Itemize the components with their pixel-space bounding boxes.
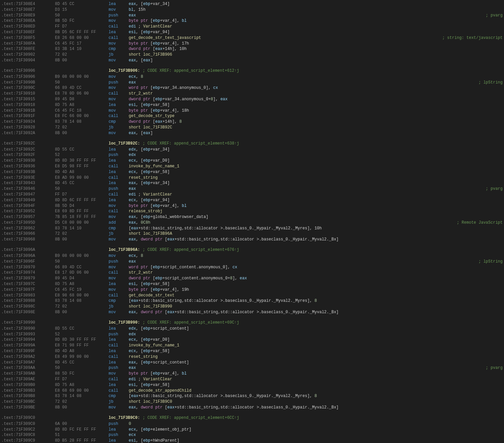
mnemonic: lea	[109, 337, 129, 343]
bytes: E8 AD 99 00 00	[55, 175, 109, 181]
mnemonic: call	[109, 270, 129, 276]
operands: dword ptr [ebp+var_34.anonymous_0+8], ea…	[129, 97, 503, 102]
bytes: 8D B5 28 FF FF FF	[55, 438, 109, 443]
mnemonic: push	[109, 432, 129, 438]
comment: ; string: text/javascript	[440, 35, 503, 41]
address: .text:71F3098E	[1, 310, 55, 315]
disasm-line: .text:71F309AA 50 push eax ; pvarg	[0, 365, 504, 371]
disasm-line: .text:71F309C8 51 push ecx	[0, 432, 504, 438]
disasm-line: .text:71F308E4 8D 45 CC lea eax, [ebp+va…	[0, 1, 504, 7]
address: .text:71F30990	[1, 320, 55, 326]
bytes: D3 15	[55, 7, 109, 13]
bytes: FF D7	[55, 192, 109, 198]
operands: esi, [ebp+var_58]	[129, 281, 503, 287]
disasm-line: .text:71F309B0 8D 75 A8 lea esi, [ebp+va…	[0, 382, 504, 388]
address: .text:71F30943	[1, 180, 55, 186]
operands: short loc_71F3B96A	[129, 231, 503, 237]
operands: edx, [ebp+script_content]	[129, 326, 503, 332]
bytes: 52	[55, 152, 109, 158]
blank-line	[0, 136, 504, 141]
disasm-line: .text:71F308ED FF D7 call edi ; VariantC…	[0, 24, 504, 30]
operands: byte ptr [ebp+var_4], 18h	[129, 108, 503, 114]
operands: release_strobj	[129, 209, 503, 214]
bytes: 8D 55 CC	[55, 326, 109, 332]
bytes: 72 02	[55, 399, 109, 405]
bytes: FF D7	[55, 377, 109, 382]
mnemonic: push	[109, 13, 129, 18]
disasm-line: .text:71F3096F 50 push eax ; lpString	[0, 259, 504, 265]
operands: esi, [ebp+var_58]	[129, 102, 503, 108]
mnemonic: mov	[109, 85, 129, 91]
label-name: loc_71F3B96A:	[109, 247, 140, 253]
mnemonic: call	[109, 388, 129, 394]
address: .text:71F3090C	[1, 85, 55, 91]
bytes: 83 78 14 08	[55, 393, 109, 399]
bytes: E8 FC 66 00 00	[55, 113, 109, 119]
label-line: .text:71F3096A loc_71F3B96A: ; CODE XREF…	[0, 247, 504, 253]
operands: byte ptr [ebp+var_4], bl	[129, 203, 503, 209]
disassembly-view: .text:71F308E4 8D 45 CC lea eax, [ebp+va…	[0, 0, 504, 443]
label-line: .text:71F309C0 loc_71F3B9C0: ; CODE XREF…	[0, 415, 504, 421]
operands: eax, [ebp+var_34]	[129, 1, 503, 7]
address: .text:71F3096A	[1, 247, 55, 253]
operands: ecx, [ebp+element_obj_ptr]	[129, 427, 503, 433]
operands: eax	[129, 80, 476, 86]
disasm-line: .text:71F308E7 D3 15 mov bl, 15h	[0, 7, 504, 13]
address: .text:71F30983	[1, 293, 55, 298]
address: .text:71F30979	[1, 276, 55, 281]
disasm-line: .text:71F3095D D5 C8 00 00 00 add eax, 0…	[0, 220, 504, 226]
address: .text:71F3096A	[1, 253, 55, 259]
address: .text:71F3097C	[1, 281, 55, 287]
mnemonic: mov	[109, 97, 129, 102]
bytes: 8B 5D FC	[55, 18, 109, 24]
disasm-line: .text:71F30910 E8 78 0D 06 00 call str_2…	[0, 91, 504, 97]
operands: get_decode_str_text_javascript	[129, 35, 440, 41]
mnemonic: lea	[109, 326, 129, 332]
comment: ; pvarg	[483, 365, 503, 371]
mnemonic: call	[109, 91, 129, 97]
bytes: 83 78 14 10	[55, 226, 109, 231]
bytes: 8D 4D A8	[55, 348, 109, 354]
operands: eax	[129, 186, 483, 192]
mnemonic: mov	[109, 7, 129, 13]
mnemonic: call	[109, 377, 129, 382]
bytes: C6 45 FC 19	[55, 287, 109, 293]
mnemonic: push	[109, 421, 129, 427]
disasm-line: .text:71F30949 8D 8D 6C FF FF FF lea ecx…	[0, 198, 504, 203]
comment: ; pvarg	[483, 13, 503, 18]
address: .text:71F3096F	[1, 259, 55, 265]
bytes: 72 02	[55, 52, 109, 58]
disasm-line: .text:71F309BC 72 02 jb short loc_71F3B9…	[0, 399, 504, 405]
address: .text:71F30910	[1, 91, 55, 97]
bytes: 83 78 14 08	[55, 298, 109, 304]
operands: eax	[129, 13, 483, 18]
address: .text:71F30988	[1, 298, 55, 304]
disasm-line: .text:71F30906 B9 08 00 00 00 mov ecx, 8	[0, 74, 504, 80]
address: .text:71F309AA	[1, 365, 55, 371]
operands: ecx, [ebp+var_58]	[129, 169, 503, 175]
bytes: 50	[55, 365, 109, 371]
mnemonic: call	[109, 113, 129, 119]
bytes: 8B 00	[55, 237, 109, 242]
operands: get_decode_str_text	[129, 293, 503, 298]
address: .text:71F30966	[1, 231, 55, 237]
disasm-line: .text:71F3090B 50 push eax ; lpString	[0, 80, 504, 86]
operands: get_decode_str_appendChild	[129, 388, 503, 394]
address: .text:71F308E7	[1, 7, 55, 13]
operands: byte ptr [ebp+var_4], bl	[129, 18, 503, 24]
bytes: 88 5D FC	[55, 371, 109, 377]
address: .text:71F30902	[1, 52, 55, 58]
disasm-line: .text:71F309A7 8D 45 CC lea eax, [ebp+sc…	[0, 360, 504, 366]
label-line: .text:71F30990 loc_71F3B990: ; CODE XREF…	[0, 320, 504, 326]
disasm-line: .text:71F308EF 8B D5 6C FF FF FF lea esi…	[0, 30, 504, 35]
mnemonic: push	[109, 332, 129, 337]
disasm-line: .text:71F309B3 E8 68 69 00 00 call get_d…	[0, 388, 504, 394]
address: .text:71F309AE	[1, 377, 55, 382]
mnemonic: cmp	[109, 393, 129, 399]
address: .text:71F3093B	[1, 169, 55, 175]
bytes: E8 69 8D FF FF	[55, 209, 109, 214]
bytes: 7B 85 18 FF FF FF	[55, 214, 109, 220]
address: .text:71F309A2	[1, 354, 55, 360]
disasm-line: .text:71F30904 8B 00 mov eax, [eax]	[0, 58, 504, 63]
disasm-line: .text:71F30952 E8 69 8D FF FF call relea…	[0, 209, 504, 214]
